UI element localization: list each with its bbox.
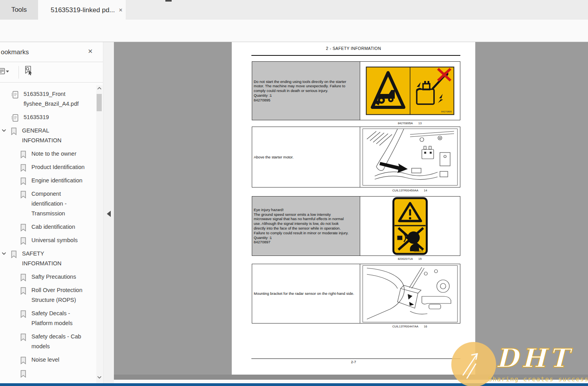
window-artifact <box>165 0 172 2</box>
tab-bar: Tools 51635319-linked pd... × <box>0 0 588 20</box>
bookmark-flag-icon <box>20 164 27 172</box>
bookmark-flag-icon <box>20 190 27 199</box>
bookmark-tree: 51635319_Front flyshee_Brazil_A4.pdf 516… <box>0 85 94 386</box>
photo-figure <box>360 264 460 323</box>
bookmark-label: Note to the owner <box>31 149 76 159</box>
tab-tools[interactable]: Tools <box>0 0 38 20</box>
go-to-current-bookmark-button[interactable] <box>23 65 35 78</box>
bookmark-flag-icon <box>20 356 27 365</box>
divider <box>0 82 103 83</box>
bookmark-item-partial[interactable] <box>0 368 94 378</box>
decal-description: Do not start the ending using tools dire… <box>252 62 360 120</box>
table-row: Above the starter motor. <box>252 127 460 187</box>
decal-code: 84270895 <box>441 110 452 113</box>
bookmark-item-safety-decals-cab-models[interactable]: Safety decals - Cab models <box>0 332 94 351</box>
scroll-down-icon[interactable] <box>97 376 102 379</box>
bookmark-section-safety-information[interactable]: SAFETY INFORMATION <box>0 249 94 268</box>
bookmark-item-universal-symbols[interactable]: Universal symbols <box>0 235 94 245</box>
bookmark-label: Component identification - Transmission <box>31 189 88 219</box>
figure-caption: 84270895A13 <box>360 120 460 127</box>
bookmark-item-safty-precautions[interactable]: Safty Precautions <box>0 272 94 282</box>
table-row: Eye injury hazard! The ground speed sens… <box>252 196 460 256</box>
bookmark-item-front-flysheet[interactable]: 51635319_Front flyshee_Brazil_A4.pdf <box>0 89 94 109</box>
chevron-down-icon[interactable] <box>2 252 8 255</box>
bookmark-label: Safty Precautions <box>31 272 76 282</box>
options-list-icon <box>0 66 10 77</box>
sidebar-scrollbar[interactable] <box>96 85 103 384</box>
table-row: Mounting bracket for the radar sensor on… <box>252 264 460 324</box>
bookmark-flag-icon <box>20 273 27 282</box>
scrollbar-thumb[interactable] <box>97 94 102 111</box>
page-footer-number: 2-7 <box>232 360 475 364</box>
bookmark-item-product-identification[interactable]: Product Identification <box>0 162 94 172</box>
bookmark-options-button[interactable] <box>0 66 10 78</box>
bookmark-section-general-information[interactable]: GENERAL INFORMATION <box>0 126 94 145</box>
file-icon <box>11 90 19 99</box>
bookmark-flag-icon <box>10 250 17 259</box>
bookmark-label: Roll Over Protection Structure (ROPS) <box>31 285 88 305</box>
table-row: Do not start the ending using tools dire… <box>252 61 460 120</box>
crush-hazard-decal-image: 84270895 <box>366 66 454 115</box>
eye-hazard-decal-image: 82002071 <box>392 197 428 255</box>
bookmark-label: Product Identification <box>31 162 84 172</box>
bookmark-flag-icon <box>20 223 27 232</box>
scroll-up-icon[interactable] <box>97 87 102 90</box>
bookmark-item-note-to-the-owner[interactable]: Note to the owner <box>0 149 94 159</box>
bookmark-label: Engine identification <box>31 176 82 186</box>
bookmark-flag-icon <box>20 287 27 295</box>
collapse-panel-arrow-icon[interactable] <box>107 211 111 217</box>
figure-caption: CUIL13TR00459AA14 <box>360 187 460 194</box>
bookmark-item-51635319[interactable]: 51635319 <box>0 112 94 122</box>
document-canvas[interactable]: 2 - SAFETY INFORMATION Do not start the … <box>114 42 588 386</box>
tab-tools-label: Tools <box>11 6 27 14</box>
bookmark-item-cab-identification[interactable]: Cab identification <box>0 222 94 232</box>
pdf-viewer-window: Tools 51635319-linked pd... × <box>0 0 588 386</box>
decal-code: 82002071 <box>414 250 423 252</box>
photo-description: Mounting bracket for the radar sensor on… <box>252 264 360 323</box>
chevron-down-icon[interactable] <box>2 129 8 132</box>
bookmark-label: Cab identification <box>31 222 75 232</box>
bookmark-flag-icon <box>10 127 17 136</box>
bookmark-label: 51635319 <box>24 112 49 122</box>
bookmark-label: Safety decals - Cab models <box>31 332 88 351</box>
tab-document-label: 51635319-linked pd... <box>51 6 115 14</box>
file-icon <box>11 114 19 122</box>
close-tab-icon[interactable]: × <box>119 7 123 13</box>
photo-description: Above the starter motor. <box>252 127 360 187</box>
header-rule <box>251 55 460 56</box>
starter-motor-line-art <box>363 129 458 186</box>
bookmark-flag-icon <box>20 177 27 186</box>
decal-description: Eye injury hazard! The ground speed sens… <box>252 197 360 255</box>
main-toolbar: /274 54.5% <box>0 20 588 42</box>
bookmark-label: SAFETY INFORMATION <box>22 249 81 268</box>
photo-figure <box>360 127 460 187</box>
bookmark-flag-icon <box>20 369 27 378</box>
bookmark-label: Universal symbols <box>31 235 78 245</box>
bookmarks-panel-title: ookmarks <box>1 48 29 56</box>
radar-bracket-line-art <box>363 265 458 322</box>
figure-caption: 82002071A15 <box>360 256 460 262</box>
bookmark-locate-icon <box>23 65 35 77</box>
bookmark-flag-icon <box>20 150 27 159</box>
panel-collapse-strip <box>103 42 114 386</box>
bookmark-flag-icon <box>20 310 27 318</box>
bookmark-label: 51635319_Front flyshee_Brazil_A4.pdf <box>24 89 94 109</box>
bookmark-item-rops[interactable]: Roll Over Protection Structure (ROPS) <box>0 285 94 305</box>
bookmark-item-component-identification-transmission[interactable]: Component identification - Transmission <box>0 189 94 219</box>
decal-figure: 82002071 <box>360 197 460 255</box>
tab-document[interactable]: 51635319-linked pd... × <box>38 0 126 20</box>
bookmark-item-engine-identification[interactable]: Engine identification <box>0 176 94 186</box>
window-bottom-edge <box>0 383 588 386</box>
bookmark-label: GENERAL INFORMATION <box>22 126 81 145</box>
bookmark-label: Safety Decals - Platform models <box>31 309 88 328</box>
divider <box>0 62 103 62</box>
page-header: 2 - SAFETY INFORMATION <box>232 46 475 51</box>
close-panel-icon[interactable]: × <box>88 47 93 56</box>
footer-rule <box>251 358 460 359</box>
bookmark-item-noise-level[interactable]: Noise level <box>0 355 94 365</box>
bookmark-flag-icon <box>20 333 27 342</box>
watermark-title: DHT <box>496 343 572 373</box>
safety-table: Do not start the ending using tools dire… <box>252 61 460 330</box>
bookmark-flag-icon <box>20 237 27 245</box>
bookmark-item-safety-decals-platform-models[interactable]: Safety Decals - Platform models <box>0 309 94 328</box>
